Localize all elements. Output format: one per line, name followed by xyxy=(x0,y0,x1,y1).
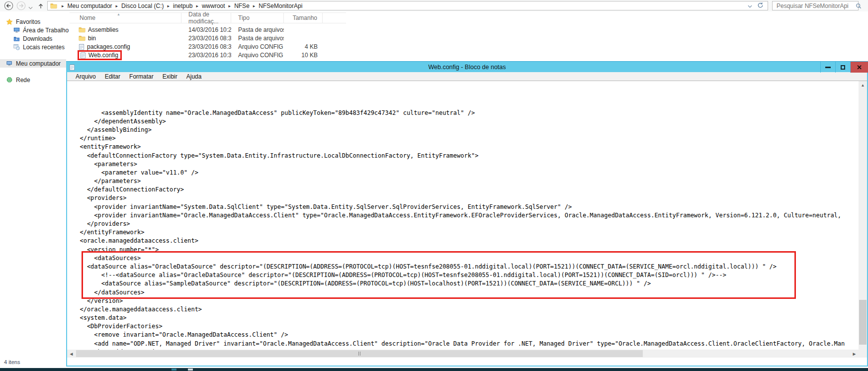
file-name-cell: Web.config xyxy=(70,50,181,60)
column-header-label: Data de modificaç... xyxy=(188,11,231,25)
code-line: <defaultConnectionFactory type="System.D… xyxy=(73,152,858,160)
sidebar-item-downloads[interactable]: Downloads xyxy=(0,34,66,43)
search-input[interactable] xyxy=(773,2,856,9)
back-button[interactable] xyxy=(4,1,13,10)
maximize-icon xyxy=(841,65,845,70)
menu-formatar[interactable]: Formatar xyxy=(125,73,158,80)
code-line: <add name="ODP.NET, Managed Driver" inva… xyxy=(73,340,858,348)
horizontal-scrollbar[interactable]: ◄ ► xyxy=(67,350,859,358)
file-name: packages.config xyxy=(87,43,130,50)
file-row-bin[interactable]: bin23/03/2016 08:37Pasta de arquivos xyxy=(70,34,346,42)
scroll-up-icon[interactable]: ▲ xyxy=(859,81,867,90)
window-title: Web.config - Bloco de notas xyxy=(66,64,868,71)
sidebar-item-rede[interactable]: Rede xyxy=(0,76,66,84)
breadcrumb-item-wwwroot[interactable]: wwwroot xyxy=(200,2,227,9)
breadcrumb-item-disco-local-c[interactable]: Disco Local (C:) xyxy=(119,2,166,9)
minimize-button[interactable] xyxy=(820,62,835,73)
file-list: ▲NomeData de modificaç...TipoTamanho Ass… xyxy=(70,12,346,59)
code-line: <dataSource alias="OracleDataSource" des… xyxy=(73,263,858,271)
code-line: <dataSources> xyxy=(73,254,858,263)
code-line: <entityFramework> xyxy=(73,143,858,151)
sidebar-item-locais-recentes[interactable]: Locais recentes xyxy=(0,43,66,51)
code-line: </providers> xyxy=(73,220,858,228)
code-line: <system.data> xyxy=(73,314,858,322)
address-bar[interactable]: ▸ Meu computador▸Disco Local (C:)▸inetpu… xyxy=(47,1,768,10)
notepad-text[interactable]: <assemblyIdentity name="Oracle.ManagedDa… xyxy=(67,81,858,357)
forward-button[interactable] xyxy=(16,1,26,10)
code-line: <!--<dataSource alias="OracleDataSource"… xyxy=(73,271,858,279)
code-line: <parameter value="v11.0" /> xyxy=(73,169,858,177)
column-header-nome[interactable]: ▲Nome xyxy=(70,13,181,23)
breadcrumb-item-nfsemonitorapi[interactable]: NFSeMonitorApi xyxy=(257,2,304,9)
file-name-cell: bin xyxy=(70,34,181,42)
address-dropdown-button[interactable] xyxy=(748,2,752,9)
refresh-button[interactable] xyxy=(757,2,764,10)
code-line: <assemblyIdentity name="Oracle.ManagedDa… xyxy=(73,109,858,117)
folder-icon xyxy=(50,2,57,9)
file-name: Web.config xyxy=(88,52,118,59)
search-icon[interactable] xyxy=(856,3,865,9)
config-file-icon xyxy=(80,52,86,59)
folder-icon xyxy=(79,35,86,41)
file-type: Pasta de arquivos xyxy=(231,26,284,33)
code-line: </defaultConnectionFactory> xyxy=(73,186,858,194)
menu-arquivo[interactable]: Arquivo xyxy=(71,73,100,80)
sidebar-item-label: Rede xyxy=(16,77,30,84)
taskbar-item[interactable] xyxy=(172,369,176,371)
star-icon xyxy=(6,18,13,25)
vertical-scroll-thumb[interactable] xyxy=(859,300,867,345)
breadcrumb-item-inetpub[interactable]: inetpub xyxy=(171,2,194,9)
notepad-window: Web.config - Bloco de notas ✕ ArquivoEdi… xyxy=(66,61,868,367)
maximize-button[interactable] xyxy=(835,62,850,73)
code-line: </oracle.manageddataaccess.client> xyxy=(73,305,858,314)
sidebar-item-area-de-trabalho[interactable]: Área de Trabalho xyxy=(0,26,66,34)
breadcrumb-separator-icon: ▸ xyxy=(114,3,120,8)
code-line: <providers> xyxy=(73,194,858,202)
up-button[interactable] xyxy=(36,1,45,10)
scroll-left-icon[interactable]: ◄ xyxy=(67,350,76,358)
vertical-scrollbar[interactable]: ▲ ▼ xyxy=(859,81,867,356)
menu-editar[interactable]: Editar xyxy=(100,73,125,80)
file-row-assemblies[interactable]: Assemblies14/03/2016 10:21Pasta de arqui… xyxy=(70,25,346,34)
file-modified: 23/03/2016 10:36 xyxy=(181,52,231,59)
sidebar-item-label: Locais recentes xyxy=(23,44,65,51)
config-file-icon xyxy=(79,43,85,50)
notepad-menubar: ArquivoEditarFormatarExibirAjuda xyxy=(67,72,867,81)
file-modified: 23/03/2016 08:37 xyxy=(181,43,231,50)
minimize-icon xyxy=(825,67,831,68)
scroll-right-icon[interactable]: ► xyxy=(850,350,859,358)
file-row-web-config[interactable]: Web.config23/03/2016 10:36Arquivo CONFIG… xyxy=(70,51,346,59)
chevron-down-icon xyxy=(748,5,752,8)
column-header-label: Tipo xyxy=(238,14,250,21)
code-line: <parameters> xyxy=(73,160,858,169)
file-row-packages-config[interactable]: packages.config23/03/2016 08:37Arquivo C… xyxy=(70,42,346,51)
file-name-cell: Assemblies xyxy=(70,26,181,34)
file-name: Assemblies xyxy=(88,26,118,33)
sort-ascending-icon: ▲ xyxy=(117,12,120,16)
column-header-tamanho[interactable]: Tamanho xyxy=(284,13,323,23)
file-name-wrap: bin xyxy=(78,34,98,42)
sidebar-item-meu-computador[interactable]: Meu computador xyxy=(0,59,66,68)
file-modified: 14/03/2016 10:21 xyxy=(181,26,231,33)
taskbar-item[interactable] xyxy=(188,369,193,371)
recent-locations-button[interactable] xyxy=(28,4,33,8)
desktop-icon xyxy=(13,27,20,33)
sidebar-item-favoritos[interactable]: Favoritos xyxy=(0,17,66,26)
menu-exibir[interactable]: Exibir xyxy=(158,73,182,80)
close-button[interactable]: ✕ xyxy=(850,62,868,73)
notepad-titlebar[interactable]: Web.config - Bloco de notas ✕ xyxy=(66,61,868,72)
breadcrumb-item-nfse[interactable]: NFSe xyxy=(232,2,252,9)
breadcrumb-separator-icon: ▸ xyxy=(227,3,233,8)
sidebar-item-label: Área de Trabalho xyxy=(23,27,69,34)
taskbar[interactable] xyxy=(0,368,868,371)
horizontal-scroll-thumb[interactable] xyxy=(76,350,643,357)
code-line: </parameters> xyxy=(73,177,858,186)
column-header-tipo[interactable]: Tipo xyxy=(231,13,284,23)
menu-ajuda[interactable]: Ajuda xyxy=(182,73,206,80)
sidebar: FavoritosÁrea de TrabalhoDownloadsLocais… xyxy=(0,11,66,360)
column-header-data-de-modificac[interactable]: Data de modificaç... xyxy=(181,13,231,23)
breadcrumb-item-meu-computador[interactable]: Meu computador xyxy=(66,2,114,9)
search-box xyxy=(772,1,859,10)
code-line: </assemblyBinding> xyxy=(73,126,858,134)
file-name: bin xyxy=(88,35,96,42)
